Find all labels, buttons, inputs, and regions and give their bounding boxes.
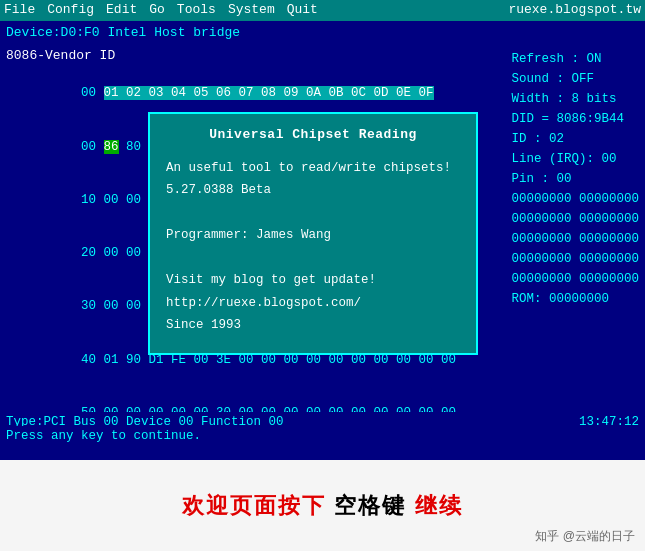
refresh-label: Refresh : ON	[511, 49, 639, 69]
line-label: Line (IRQ): 00	[511, 149, 639, 169]
menu-bar: File Config Edit Go Tools System Quit ru…	[0, 0, 645, 21]
menu-system[interactable]: System	[228, 1, 275, 20]
row4-label: 00000000 00000000	[511, 249, 639, 269]
press-key-bar: Press any key to continue.	[0, 426, 645, 446]
rom-label: ROM: 00000000	[511, 289, 639, 309]
popup-dialog: Universal Chipset Reading An useful tool…	[148, 112, 478, 355]
row2-label: 00000000 00000000	[511, 209, 639, 229]
zhihu-name: @云端的日子	[563, 529, 635, 543]
watermark-bar: 欢迎页面按下 空格键 继续 知乎 @云端的日子	[0, 460, 645, 551]
menu-go[interactable]: Go	[149, 1, 165, 20]
pin-label: Pin : 00	[511, 169, 639, 189]
width-label: Width : 8 bits	[511, 89, 639, 109]
device-line: Device:D0:F0 Intel Host bridge	[6, 24, 639, 43]
chinese-caption: 欢迎页面按下 空格键 继续	[182, 491, 462, 521]
terminal: File Config Edit Go Tools System Quit ru…	[0, 0, 645, 460]
popup-line8: Since 1993	[166, 314, 460, 337]
popup-line4: Programmer: James Wang	[166, 224, 460, 247]
zhihu-tag: 知乎 @云端的日子	[535, 528, 635, 545]
right-panel: Refresh : ON Sound : OFF Width : 8 bits …	[511, 49, 639, 309]
menu-right: ruexe.blogspot.tw	[508, 1, 641, 20]
popup-body: An useful tool to read/write chipsets! 5…	[166, 157, 460, 337]
menu-config[interactable]: Config	[47, 1, 94, 20]
popup-line7: http://ruexe.blogspot.com/	[166, 292, 460, 315]
screen: File Config Edit Go Tools System Quit ru…	[0, 0, 645, 551]
menu-items: File Config Edit Go Tools System Quit	[4, 1, 318, 20]
popup-line6: Visit my blog to get update!	[166, 269, 460, 292]
space-key-text: 空格键	[326, 493, 414, 518]
text-before: 欢迎页面按下	[182, 493, 326, 518]
popup-line1: An useful tool to read/write chipsets!	[166, 157, 460, 180]
row1-label: 00000000 00000000	[511, 189, 639, 209]
did-label: DID = 8086:9B44	[511, 109, 639, 129]
row5-label: 00000000 00000000	[511, 269, 639, 289]
menu-file[interactable]: File	[4, 1, 35, 20]
menu-tools[interactable]: Tools	[177, 1, 216, 20]
id-label: ID : 02	[511, 129, 639, 149]
text-after: 继续	[415, 493, 463, 518]
press-any-key: Press any key to continue.	[0, 426, 645, 446]
menu-edit[interactable]: Edit	[106, 1, 137, 20]
popup-line3	[166, 202, 460, 225]
popup-line2: 5.27.0388 Beta	[166, 179, 460, 202]
popup-line5	[166, 247, 460, 270]
popup-title: Universal Chipset Reading	[166, 126, 460, 145]
sound-label: Sound : OFF	[511, 69, 639, 89]
menu-quit[interactable]: Quit	[287, 1, 318, 20]
row3-label: 00000000 00000000	[511, 229, 639, 249]
